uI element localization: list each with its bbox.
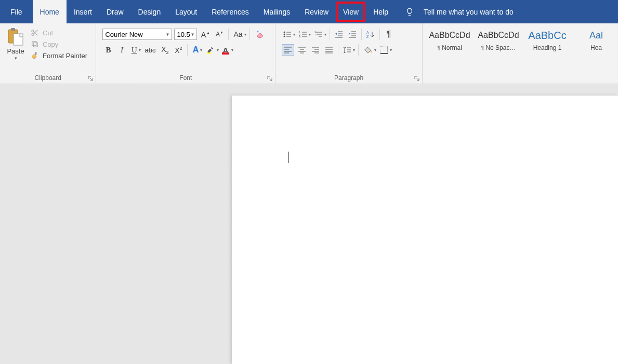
numbering-button[interactable]: 123▾ xyxy=(297,29,311,40)
bold-button[interactable]: B xyxy=(102,44,114,56)
copy-button: Copy xyxy=(30,40,87,48)
eraser-icon xyxy=(255,30,265,39)
italic-button[interactable]: I xyxy=(116,44,127,56)
tab-draw[interactable]: Draw xyxy=(99,0,131,23)
style-name: ¶Normal xyxy=(437,44,462,51)
style-sample: Aal xyxy=(589,26,603,44)
svg-rect-5 xyxy=(33,43,37,47)
show-hide-pilcrow-button[interactable]: ¶ xyxy=(383,29,395,40)
scissors-icon xyxy=(30,29,40,37)
workspace-gutter xyxy=(0,84,232,364)
text-effects-button[interactable]: A▾ xyxy=(191,44,202,56)
subscript-button[interactable]: X2 xyxy=(159,44,170,56)
format-painter-button[interactable]: Format Painter xyxy=(30,51,87,60)
borders-icon xyxy=(380,46,388,54)
multilevel-list-button[interactable]: 1a▾ xyxy=(313,29,326,40)
align-left-button[interactable] xyxy=(282,44,294,56)
svg-text:3: 3 xyxy=(299,36,300,38)
tab-file[interactable]: File xyxy=(0,0,33,23)
tab-layout[interactable]: Layout xyxy=(168,0,204,23)
paste-dropdown-icon[interactable]: ▾ xyxy=(15,56,17,61)
svg-rect-8 xyxy=(207,52,212,53)
svg-rect-21 xyxy=(380,46,388,53)
tab-help[interactable]: Help xyxy=(366,0,396,23)
svg-point-4 xyxy=(32,33,34,35)
tell-me-search[interactable]: Tell me what you want to do xyxy=(418,0,519,23)
decrease-indent-button[interactable] xyxy=(333,29,345,40)
increase-indent-button[interactable] xyxy=(347,29,358,40)
highlight-button[interactable]: ▾ xyxy=(204,44,219,56)
svg-point-11 xyxy=(284,34,285,35)
tab-home[interactable]: Home xyxy=(33,0,67,23)
group-label-clipboard: Clipboard xyxy=(0,73,96,84)
paste-label: Paste xyxy=(7,47,24,55)
strikethrough-button[interactable]: abc xyxy=(143,44,157,56)
sort-button[interactable]: AZ xyxy=(365,29,376,40)
line-spacing-button[interactable]: ▾ xyxy=(341,44,355,56)
bullets-button[interactable]: ▾ xyxy=(282,29,295,40)
underline-button[interactable]: U▾ xyxy=(129,44,141,56)
shading-button[interactable]: ▾ xyxy=(362,44,376,56)
style-name: ¶No Spac… xyxy=(481,44,516,51)
group-clipboard: Paste ▾ Cut Copy xyxy=(0,23,96,84)
svg-rect-9 xyxy=(222,52,229,55)
svg-text:Z: Z xyxy=(366,35,369,38)
font-size-combo[interactable]: 10.5 ▼ xyxy=(174,29,197,40)
align-left-icon xyxy=(284,46,292,53)
lightbulb-icon xyxy=(396,0,418,23)
style-tile-2[interactable]: AaBbCcHeading 1 xyxy=(525,26,569,51)
style-tile-3[interactable]: AalHea xyxy=(574,26,618,51)
group-label-font: Font xyxy=(96,73,275,84)
style-sample: AaBbCc xyxy=(528,26,566,44)
tab-insert[interactable]: Insert xyxy=(67,0,99,23)
align-center-button[interactable] xyxy=(296,44,308,56)
style-sample: AaBbCcDd xyxy=(429,26,470,44)
paste-button[interactable]: Paste ▾ xyxy=(3,25,28,61)
borders-button[interactable]: ▾ xyxy=(378,44,392,56)
svg-rect-7 xyxy=(35,52,37,55)
change-case-button[interactable]: Aa▾ xyxy=(232,29,246,40)
chevron-down-icon: ▼ xyxy=(191,32,195,37)
indent-icon xyxy=(348,31,357,38)
grow-font-button[interactable]: A▲ xyxy=(199,29,212,40)
clear-formatting-button[interactable] xyxy=(253,29,267,40)
sort-icon: AZ xyxy=(366,30,375,38)
paragraph-launcher[interactable] xyxy=(414,75,420,82)
group-styles: AaBbCcDd¶NormalAaBbCcDd¶No Spac…AaBbCcHe… xyxy=(423,23,618,84)
align-right-icon xyxy=(311,46,320,53)
style-name: Heading 1 xyxy=(533,44,562,51)
multilevel-list-icon: 1a xyxy=(314,31,323,38)
justify-icon xyxy=(325,46,333,53)
paint-bucket-icon xyxy=(363,46,373,54)
tab-design[interactable]: Design xyxy=(131,0,168,23)
text-cursor xyxy=(288,152,288,163)
tab-references[interactable]: References xyxy=(204,0,256,23)
paintbrush-icon xyxy=(30,51,40,60)
style-tile-0[interactable]: AaBbCcDd¶Normal xyxy=(428,26,471,51)
superscript-button[interactable]: X2 xyxy=(173,44,184,56)
document-page[interactable] xyxy=(232,96,618,364)
style-tile-1[interactable]: AaBbCcDd¶No Spac… xyxy=(477,26,520,51)
svg-rect-1 xyxy=(11,28,15,31)
paste-icon xyxy=(7,28,24,46)
font-launcher[interactable] xyxy=(267,75,273,82)
group-font: Courier New ▼ 10.5 ▼ A▲ A▼ Aa xyxy=(96,23,275,84)
ribbon-tabs: File Home Insert Draw Design Layout Refe… xyxy=(0,0,618,23)
highlighter-icon xyxy=(206,45,215,55)
shrink-font-button[interactable]: A▼ xyxy=(214,29,225,40)
tab-review[interactable]: Review xyxy=(297,0,336,23)
group-label-paragraph: Paragraph xyxy=(275,73,422,84)
ribbon: Paste ▾ Cut Copy xyxy=(0,23,618,84)
align-center-icon xyxy=(298,46,306,53)
svg-point-20 xyxy=(371,51,373,53)
font-color-button[interactable]: A ▾ xyxy=(221,44,233,56)
tab-view[interactable]: View xyxy=(336,0,366,23)
align-right-button[interactable] xyxy=(310,44,321,56)
svg-point-12 xyxy=(284,36,285,37)
font-name-combo[interactable]: Courier New ▼ xyxy=(102,29,172,40)
tab-mailings[interactable]: Mailings xyxy=(256,0,297,23)
svg-point-10 xyxy=(284,32,285,33)
justify-button[interactable] xyxy=(323,44,335,56)
numbered-list-icon: 123 xyxy=(299,31,307,38)
clipboard-launcher[interactable] xyxy=(87,75,94,82)
